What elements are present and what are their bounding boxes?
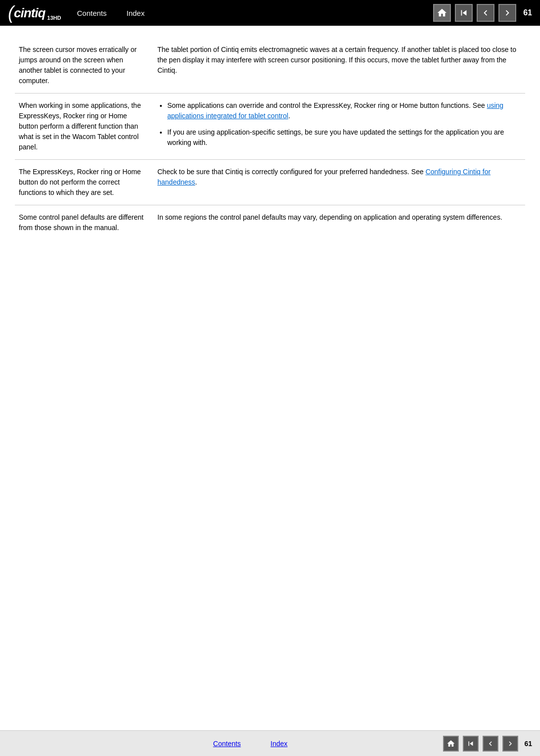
bullet-text-2: If you are using application-specific se… (167, 128, 504, 146)
bullet-item: Some applications can override and contr… (167, 100, 517, 121)
header: ( cintiq 13HD Contents Index (0, 0, 540, 26)
solution-text: The tablet portion of Cintiq emits elect… (157, 46, 516, 74)
footer-home-icon (446, 739, 455, 748)
solution-cell: Check to be sure that Cintiq is correctl… (153, 160, 525, 205)
table-row: The screen cursor moves erratically or j… (15, 38, 525, 94)
problem-cell: The screen cursor moves erratically or j… (15, 38, 153, 94)
bullet-item: If you are using application-specific se… (167, 127, 517, 148)
header-page-number: 61 (523, 8, 532, 17)
header-left: ( cintiq 13HD Contents Index (8, 4, 145, 22)
table-row: When working in some applications, the E… (15, 94, 525, 160)
footer-nav-buttons: 61 (443, 736, 532, 752)
bullet-text-1-end: . (288, 112, 290, 120)
footer-next-page-button[interactable] (502, 736, 518, 752)
solution-text: In some regions the control panel defaul… (157, 213, 502, 221)
home-icon (437, 7, 447, 18)
next-page-button[interactable] (498, 4, 516, 22)
home-button[interactable] (433, 4, 451, 22)
footer-prev-page-icon (486, 739, 495, 748)
footer-contents-link[interactable]: Contents (213, 740, 241, 748)
solution-cell: In some regions the control panel defaul… (153, 205, 525, 240)
table-row: Some control panel defaults are differen… (15, 205, 525, 240)
first-page-button[interactable] (455, 4, 473, 22)
footer-first-page-button[interactable] (463, 736, 479, 752)
footer-first-page-icon (466, 739, 475, 748)
logo-model: 13HD (47, 15, 61, 21)
header-nav: Contents Index (77, 9, 145, 17)
header-nav-buttons: 61 (433, 4, 532, 22)
troubleshooting-table: The screen cursor moves erratically or j… (15, 38, 525, 240)
solution-bullet-list: Some applications can override and contr… (157, 100, 517, 148)
logo-cintiq-text: cintiq (14, 5, 45, 21)
footer-next-page-icon (506, 739, 515, 748)
main-content: The screen cursor moves erratically or j… (0, 26, 540, 260)
problem-text: The screen cursor moves erratically or j… (19, 46, 137, 85)
problem-text: When working in some applications, the E… (19, 101, 141, 151)
solution-text-after: . (195, 178, 197, 186)
footer: Contents Index 61 (0, 730, 540, 756)
solution-cell: The tablet portion of Cintiq emits elect… (153, 38, 525, 94)
prev-page-button[interactable] (477, 4, 494, 22)
footer-index-link[interactable]: Index (271, 740, 288, 748)
problem-text: Some control panel defaults are differen… (19, 213, 144, 232)
bullet-text-1: Some applications can override and contr… (167, 101, 487, 109)
prev-page-icon (480, 7, 491, 18)
problem-text: The ExpressKeys, Rocker ring or Home but… (19, 168, 141, 196)
footer-home-button[interactable] (443, 736, 459, 752)
header-contents-link[interactable]: Contents (77, 9, 106, 17)
footer-prev-page-button[interactable] (483, 736, 498, 752)
next-page-icon (502, 7, 513, 18)
problem-cell: When working in some applications, the E… (15, 94, 153, 160)
footer-nav: Contents Index (57, 740, 443, 748)
logo: ( cintiq 13HD (8, 4, 61, 22)
solution-text-before: Check to be sure that Cintiq is correctl… (157, 168, 426, 176)
first-page-icon (458, 7, 469, 18)
logo-bracket: ( (8, 4, 14, 22)
problem-cell: The ExpressKeys, Rocker ring or Home but… (15, 160, 153, 205)
header-index-link[interactable]: Index (127, 9, 145, 17)
solution-cell: Some applications can override and contr… (153, 94, 525, 160)
footer-page-number: 61 (524, 740, 532, 748)
table-row: The ExpressKeys, Rocker ring or Home but… (15, 160, 525, 205)
problem-cell: Some control panel defaults are differen… (15, 205, 153, 240)
